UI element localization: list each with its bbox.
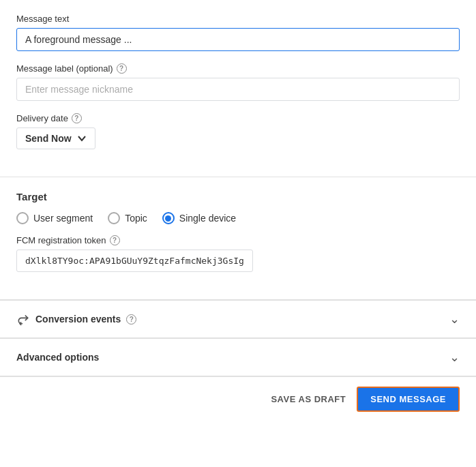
fcm-token-help-icon[interactable]: ? bbox=[110, 235, 120, 245]
fcm-token-value: dXlkl8TY9oc:APA91bGUuY9ZtqzFafmcNekj3GsI… bbox=[16, 250, 253, 272]
chevron-down-icon bbox=[77, 134, 87, 143]
message-label-label: Message label (optional) ? bbox=[16, 63, 460, 74]
advanced-options-chevron: ⌄ bbox=[449, 350, 460, 365]
fcm-token-section: FCM registration token ? dXlkl8TY9oc:APA… bbox=[16, 235, 460, 272]
advanced-options-title: Advanced options bbox=[16, 352, 99, 363]
message-label-section: Message label (optional) ? bbox=[16, 63, 460, 101]
footer-bar: SAVE AS DRAFT SEND MESSAGE bbox=[0, 376, 476, 421]
target-section: Target User segment Topic Single device … bbox=[16, 191, 460, 272]
message-label-help-icon[interactable]: ? bbox=[117, 63, 127, 74]
target-radio-group: User segment Topic Single device bbox=[16, 212, 460, 224]
radio-circle-topic bbox=[108, 212, 120, 224]
target-title: Target bbox=[16, 191, 460, 202]
section-divider bbox=[0, 177, 476, 177]
radio-user-segment[interactable]: User segment bbox=[16, 212, 93, 224]
message-text-section: Message text bbox=[16, 14, 460, 51]
fcm-token-label: FCM registration token ? bbox=[16, 235, 460, 245]
message-label-input[interactable] bbox=[16, 78, 460, 101]
radio-single-device[interactable]: Single device bbox=[162, 212, 236, 224]
delivery-date-section: Delivery date ? Send Now bbox=[16, 113, 460, 149]
delivery-date-help-icon[interactable]: ? bbox=[72, 113, 82, 123]
delivery-date-label: Delivery date ? bbox=[16, 113, 460, 123]
conversion-events-section[interactable]: Conversion events ? ⌄ bbox=[0, 300, 476, 337]
send-message-button[interactable]: SEND MESSAGE bbox=[357, 387, 460, 412]
advanced-options-section[interactable]: Advanced options ⌄ bbox=[0, 338, 476, 376]
radio-topic[interactable]: Topic bbox=[108, 212, 147, 224]
message-text-label: Message text bbox=[16, 14, 460, 24]
conversion-events-help-icon[interactable]: ? bbox=[126, 314, 136, 325]
save-draft-button[interactable]: SAVE AS DRAFT bbox=[271, 394, 346, 404]
delivery-date-dropdown[interactable]: Send Now bbox=[16, 127, 95, 149]
radio-circle-single-device bbox=[162, 212, 175, 224]
conversion-events-chevron: ⌄ bbox=[449, 312, 460, 327]
message-text-input[interactable] bbox=[16, 28, 460, 51]
conversion-events-icon bbox=[16, 312, 30, 326]
conversion-events-title: Conversion events ? bbox=[16, 312, 136, 326]
radio-circle-user-segment bbox=[16, 212, 29, 224]
